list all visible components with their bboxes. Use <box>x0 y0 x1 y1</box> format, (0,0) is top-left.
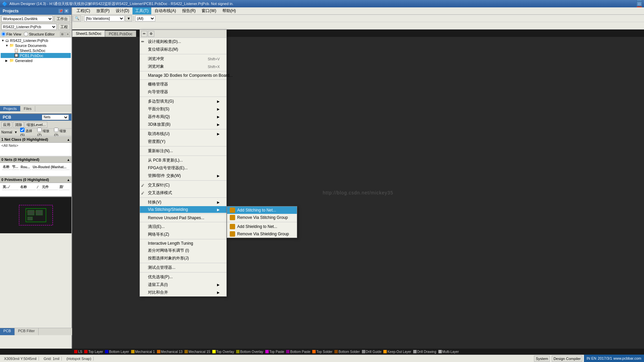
all-nets-item[interactable]: <All Nets> <box>1 143 70 147</box>
menu-project[interactable]: 工程(C) <box>74 7 93 14</box>
layer-drill-drawing[interactable]: Drill Drawing <box>413 350 437 354</box>
layer-mech1[interactable]: Mechanical 1 <box>130 350 156 354</box>
layer-bottom-paste[interactable]: Bottom Paste <box>285 350 311 354</box>
panel-pin-btn[interactable]: 📌 <box>58 9 63 13</box>
tab-pcb-filter[interactable]: PCB Filter <box>15 328 39 335</box>
panel-close-btn[interactable]: ✕ <box>64 9 69 13</box>
dd-plane-split[interactable]: 平面分割(S) ▶ <box>140 105 226 113</box>
menu-window[interactable]: 窗口(W) <box>199 7 219 14</box>
layer-multi[interactable]: Multi-Layer <box>438 350 460 354</box>
layer-ls-color <box>74 350 77 353</box>
dd-toolbar-btn2[interactable]: ⚙ <box>148 31 154 37</box>
dd-3d-body-placement[interactable]: 3D体放置(B) ▶ <box>140 121 226 128</box>
layer-top[interactable]: Top Layer <box>84 350 104 354</box>
dd-net-equalizer[interactable]: 网络等长(Z) <box>140 231 226 238</box>
dd-re-annotate[interactable]: 重新标注(N)... <box>140 147 226 155</box>
pcb-clearance-check[interactable]: 缩放(2) <box>54 128 70 137</box>
dd-polygon-fill[interactable]: 多边型填充(G) ▶ <box>140 98 226 105</box>
dd-remove-unused-pads[interactable]: Remove Unused Pad Shapes... <box>140 215 226 221</box>
tab-pcb1[interactable]: PCB1.PcbDoc <box>105 31 136 37</box>
pcb-net-select[interactable]: Nets <box>42 115 69 120</box>
dd-legacy-tools[interactable]: 遗留工具(I) ▶ <box>140 281 226 289</box>
pcb-zoomlevel-btn[interactable]: 缩放Level... <box>25 122 47 128</box>
pcb-panel-title: PCB <box>3 115 11 120</box>
tab-projects[interactable]: Projects <box>0 106 20 111</box>
pcb-select-check[interactable]: 选择(S) <box>20 128 37 137</box>
dd-convert[interactable]: 转换(V) ▶ <box>140 198 226 206</box>
system-btn[interactable]: System <box>534 356 550 362</box>
pcb-zoom-check[interactable]: 缩放(Z) <box>37 128 53 137</box>
dd-manage-3d-bodies[interactable]: Manage 3D Bodies for Components on Board… <box>140 72 226 79</box>
workspace-select[interactable]: Workspace1.DsnWrk <box>1 16 53 22</box>
file-view-radio[interactable]: File View <box>1 32 21 36</box>
tree-item-source-docs[interactable]: ▼ 📁 Source Documents <box>1 43 71 48</box>
menu-design[interactable]: 设计(D) <box>113 7 132 14</box>
menu-tools[interactable]: 工具(T) <box>132 7 151 14</box>
project-select[interactable]: RS422_Listener.PrjPcb <box>1 24 57 30</box>
layer-bottom-overlay[interactable]: Bottom Overlay <box>235 350 264 354</box>
dd-testpoint-manager[interactable]: 测试点管理器... <box>140 264 226 272</box>
project-btn[interactable]: 工程 <box>58 24 70 30</box>
dd-diff-pair-tuning[interactable]: 差分对网络等长调节 (I) <box>140 247 226 254</box>
sub-remove-via-stitching-group[interactable]: Remove Via Stitching Group <box>227 214 297 221</box>
layer-mech13[interactable]: Mechanical 13 <box>156 350 183 354</box>
dd-select-by-shape[interactable]: 按图选择对象的外形(J) <box>140 254 226 262</box>
menu-help[interactable]: 帮助(H) <box>220 7 239 14</box>
tree-item-project[interactable]: ▼ 🗂 RS422_Listener.PrjPcb <box>1 38 71 43</box>
toolbar-more-btn[interactable]: ▼ <box>125 15 132 21</box>
layer-keepout[interactable]: Keep-Out Layer <box>383 350 412 354</box>
dd-density-map[interactable]: 密度图(Y) <box>140 138 226 145</box>
tab-files[interactable]: Files <box>20 106 35 111</box>
menu-report[interactable]: 报告(R) <box>179 7 199 14</box>
maximize-button[interactable]: □ <box>637 1 642 6</box>
sub-add-stitching-to-net[interactable]: Add Stitching to Net... <box>227 206 297 214</box>
layer-top-paste[interactable]: Top Paste <box>265 350 285 354</box>
dd-update-from-pcblib[interactable]: 从 PCB 库更新(L)... <box>140 157 226 164</box>
dd-reset-error-markers[interactable]: 复位错误标志(M) <box>140 46 226 53</box>
dd-preferences[interactable]: 优先选项(P)... <box>140 273 226 281</box>
tree-item-schDoc[interactable]: 📋 Sheet1.SchDoc <box>1 48 71 53</box>
layer-bottom[interactable]: Bottom Layer <box>104 350 129 354</box>
dd-grid-manager[interactable]: 栅格管理器 <box>140 80 226 88</box>
tab-pcb-bottom[interactable]: PCB <box>0 328 15 335</box>
menu-place[interactable]: 放置(P) <box>94 7 112 14</box>
layer-top-overlay[interactable]: Top Overlay <box>212 350 235 354</box>
tree-item-generated[interactable]: ▶ 📁 Generated <box>1 58 71 63</box>
tree-item-pcbDoc[interactable]: 🔲 PCB1.PcbDoc <box>1 53 71 58</box>
layer-drill-guide[interactable]: Drill Guide <box>361 350 382 354</box>
dd-toolbar-btn1[interactable]: ✏ <box>141 31 147 37</box>
toolbar-zoom-in[interactable]: 🔍 <box>73 15 81 21</box>
dd-cross-select-mode[interactable]: 🖊 交叉选择模式 <box>140 189 226 197</box>
dd-teardrops[interactable]: 滴泪(E)... <box>140 223 226 231</box>
structure-editor-radio[interactable]: Structure Editor <box>24 32 54 36</box>
dd-fpga-signal-manager[interactable]: FPGA信号管理器(E)... <box>140 164 226 172</box>
dd-wizard-manager[interactable]: 向导管理器 <box>140 88 226 96</box>
layer-ls[interactable]: LS <box>73 350 83 354</box>
sub-add-shielding-to-net[interactable]: Add Shielding to Net... <box>227 223 297 230</box>
view-icon-btn2[interactable]: ≡ <box>65 32 70 37</box>
dd-interactive-length-tuning[interactable]: Interactive Length Tuning <box>140 240 226 247</box>
layer-top-solder[interactable]: Top Solder <box>312 350 333 354</box>
variation-select[interactable]: [No Variations] <box>84 15 124 21</box>
pcb-clear-btn[interactable]: 清除 <box>13 122 24 128</box>
sub-remove-via-shielding-group[interactable]: Remove Via Shielding Group <box>227 230 297 238</box>
all-select[interactable]: (All) <box>135 15 155 21</box>
dd-compare-merge[interactable]: 对比和合并 ▶ <box>140 289 226 296</box>
workspace-btn[interactable]: 工作台 <box>54 16 70 22</box>
pcb-apply-btn[interactable]: 应用 <box>1 122 12 128</box>
dd-browse-objects[interactable]: 浏览对象 Shift+X <box>140 63 226 70</box>
design-compiler-btn[interactable]: Design Compiler <box>552 356 582 362</box>
dd-pin-part-swap[interactable]: 管脚/部件 交换(W) ▶ <box>140 172 226 180</box>
view-icon-btn1[interactable]: ⊞ <box>60 32 65 37</box>
dd-design-rule-check[interactable]: ✏ 设计规则检查(D)... <box>140 38 226 46</box>
layer-bottom-solder[interactable]: Bottom Solder <box>334 350 360 354</box>
dd-browse-conflicts[interactable]: 浏览冲突 Shift+V <box>140 55 226 63</box>
dd-via-stitching[interactable]: Via Stitching/Shielding ▶ <box>140 206 226 213</box>
dd-cross-probe[interactable]: 🖊 交叉探针(C) <box>140 181 226 189</box>
status-url: www.pcbbar.com <box>613 356 641 360</box>
dd-component-layout[interactable]: 器件布局(Q) ▶ <box>140 113 226 121</box>
tab-sheet1[interactable]: Sheet1.SchDoc <box>72 30 105 37</box>
menu-autoroute[interactable]: 自动布线(A) <box>152 7 179 14</box>
dd-unroute[interactable]: 取消布线(U) ▶ <box>140 130 226 138</box>
layer-mech15[interactable]: Mechanical 15 <box>184 350 211 354</box>
